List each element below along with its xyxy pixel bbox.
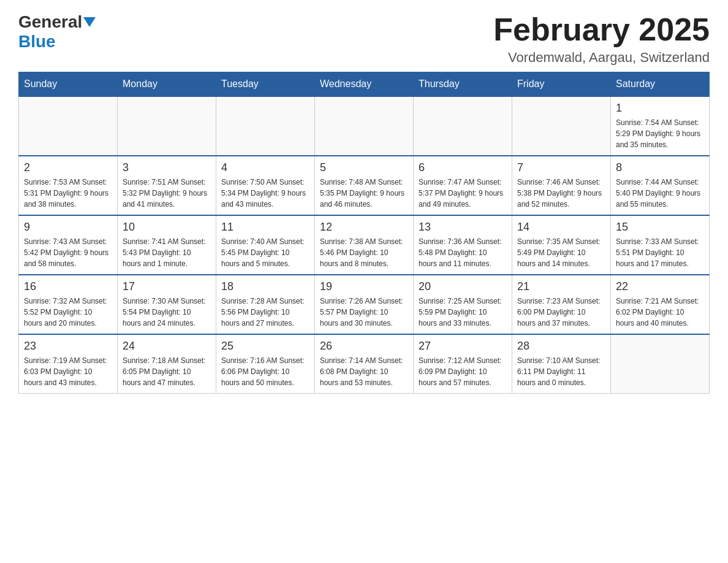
calendar-week-row: 1Sunrise: 7:54 AM Sunset: 5:29 PM Daylig…	[19, 96, 710, 156]
day-number: 21	[517, 280, 605, 293]
day-number: 23	[24, 340, 112, 353]
calendar-cell: 14Sunrise: 7:35 AM Sunset: 5:49 PM Dayli…	[512, 215, 611, 275]
calendar-week-row: 16Sunrise: 7:32 AM Sunset: 5:52 PM Dayli…	[19, 275, 710, 334]
day-number: 20	[419, 280, 507, 293]
logo-triangle-icon	[83, 17, 96, 27]
weekday-header-monday: Monday	[118, 72, 216, 97]
day-info: Sunrise: 7:25 AM Sunset: 5:59 PM Dayligh…	[419, 296, 507, 329]
calendar-cell: 6Sunrise: 7:47 AM Sunset: 5:37 PM Daylig…	[414, 156, 512, 215]
weekday-header-wednesday: Wednesday	[315, 72, 414, 97]
calendar-cell: 23Sunrise: 7:19 AM Sunset: 6:03 PM Dayli…	[19, 334, 118, 394]
calendar-cell	[315, 96, 414, 156]
calendar-cell: 5Sunrise: 7:48 AM Sunset: 5:35 PM Daylig…	[315, 156, 414, 215]
calendar-cell: 26Sunrise: 7:14 AM Sunset: 6:08 PM Dayli…	[315, 334, 414, 394]
day-number: 1	[616, 102, 704, 115]
logo-general-text: General	[18, 12, 82, 32]
calendar-cell: 9Sunrise: 7:43 AM Sunset: 5:42 PM Daylig…	[19, 215, 118, 275]
day-info: Sunrise: 7:51 AM Sunset: 5:32 PM Dayligh…	[123, 177, 211, 210]
day-info: Sunrise: 7:35 AM Sunset: 5:49 PM Dayligh…	[517, 236, 605, 269]
day-info: Sunrise: 7:12 AM Sunset: 6:09 PM Dayligh…	[419, 355, 507, 388]
day-number: 13	[419, 221, 507, 234]
day-info: Sunrise: 7:33 AM Sunset: 5:51 PM Dayligh…	[616, 236, 704, 269]
day-info: Sunrise: 7:46 AM Sunset: 5:38 PM Dayligh…	[517, 177, 605, 210]
day-number: 9	[24, 221, 112, 234]
calendar-cell: 20Sunrise: 7:25 AM Sunset: 5:59 PM Dayli…	[414, 275, 512, 334]
day-info: Sunrise: 7:41 AM Sunset: 5:43 PM Dayligh…	[123, 236, 211, 269]
day-number: 6	[419, 161, 507, 174]
calendar-cell: 21Sunrise: 7:23 AM Sunset: 6:00 PM Dayli…	[512, 275, 611, 334]
day-number: 16	[24, 280, 112, 293]
calendar-cell: 10Sunrise: 7:41 AM Sunset: 5:43 PM Dayli…	[118, 215, 216, 275]
day-number: 26	[320, 340, 408, 353]
calendar-cell: 19Sunrise: 7:26 AM Sunset: 5:57 PM Dayli…	[315, 275, 414, 334]
weekday-header-sunday: Sunday	[19, 72, 118, 97]
day-number: 22	[616, 280, 704, 293]
day-number: 19	[320, 280, 408, 293]
page-header: General Blue February 2025 Vordemwald, A…	[18, 12, 710, 66]
location-title: Vordemwald, Aargau, Switzerland	[493, 50, 710, 66]
calendar-cell: 28Sunrise: 7:10 AM Sunset: 6:11 PM Dayli…	[512, 334, 611, 394]
logo: General Blue	[18, 12, 97, 52]
day-info: Sunrise: 7:10 AM Sunset: 6:11 PM Dayligh…	[517, 355, 605, 388]
calendar-cell: 27Sunrise: 7:12 AM Sunset: 6:09 PM Dayli…	[414, 334, 512, 394]
day-info: Sunrise: 7:32 AM Sunset: 5:52 PM Dayligh…	[24, 296, 112, 329]
day-info: Sunrise: 7:26 AM Sunset: 5:57 PM Dayligh…	[320, 296, 408, 329]
calendar-cell: 22Sunrise: 7:21 AM Sunset: 6:02 PM Dayli…	[611, 275, 710, 334]
weekday-header-friday: Friday	[512, 72, 611, 97]
day-number: 7	[517, 161, 605, 174]
calendar-cell: 25Sunrise: 7:16 AM Sunset: 6:06 PM Dayli…	[216, 334, 315, 394]
calendar-week-row: 2Sunrise: 7:53 AM Sunset: 5:31 PM Daylig…	[19, 156, 710, 215]
calendar-cell: 4Sunrise: 7:50 AM Sunset: 5:34 PM Daylig…	[216, 156, 315, 215]
calendar-cell: 11Sunrise: 7:40 AM Sunset: 5:45 PM Dayli…	[216, 215, 315, 275]
day-info: Sunrise: 7:47 AM Sunset: 5:37 PM Dayligh…	[419, 177, 507, 210]
day-info: Sunrise: 7:19 AM Sunset: 6:03 PM Dayligh…	[24, 355, 112, 388]
day-number: 4	[221, 161, 309, 174]
day-info: Sunrise: 7:23 AM Sunset: 6:00 PM Dayligh…	[517, 296, 605, 329]
calendar-cell: 8Sunrise: 7:44 AM Sunset: 5:40 PM Daylig…	[611, 156, 710, 215]
day-info: Sunrise: 7:38 AM Sunset: 5:46 PM Dayligh…	[320, 236, 408, 269]
day-number: 11	[221, 221, 309, 234]
day-number: 24	[123, 340, 211, 353]
day-number: 2	[24, 161, 112, 174]
day-info: Sunrise: 7:28 AM Sunset: 5:56 PM Dayligh…	[221, 296, 309, 329]
day-info: Sunrise: 7:43 AM Sunset: 5:42 PM Dayligh…	[24, 236, 112, 269]
calendar-cell: 12Sunrise: 7:38 AM Sunset: 5:46 PM Dayli…	[315, 215, 414, 275]
calendar-cell: 17Sunrise: 7:30 AM Sunset: 5:54 PM Dayli…	[118, 275, 216, 334]
day-number: 18	[221, 280, 309, 293]
calendar-cell: 3Sunrise: 7:51 AM Sunset: 5:32 PM Daylig…	[118, 156, 216, 215]
calendar-cell: 7Sunrise: 7:46 AM Sunset: 5:38 PM Daylig…	[512, 156, 611, 215]
calendar-week-row: 9Sunrise: 7:43 AM Sunset: 5:42 PM Daylig…	[19, 215, 710, 275]
calendar-cell	[611, 334, 710, 394]
day-info: Sunrise: 7:30 AM Sunset: 5:54 PM Dayligh…	[123, 296, 211, 329]
day-info: Sunrise: 7:36 AM Sunset: 5:48 PM Dayligh…	[419, 236, 507, 269]
month-title: February 2025	[493, 12, 710, 47]
day-info: Sunrise: 7:50 AM Sunset: 5:34 PM Dayligh…	[221, 177, 309, 210]
day-number: 15	[616, 221, 704, 234]
day-number: 17	[123, 280, 211, 293]
weekday-header-saturday: Saturday	[611, 72, 710, 97]
day-number: 3	[123, 161, 211, 174]
calendar-cell	[512, 96, 611, 156]
calendar-cell	[216, 96, 315, 156]
day-info: Sunrise: 7:21 AM Sunset: 6:02 PM Dayligh…	[616, 296, 704, 329]
day-number: 10	[123, 221, 211, 234]
calendar-cell: 13Sunrise: 7:36 AM Sunset: 5:48 PM Dayli…	[414, 215, 512, 275]
calendar-week-row: 23Sunrise: 7:19 AM Sunset: 6:03 PM Dayli…	[19, 334, 710, 394]
day-number: 25	[221, 340, 309, 353]
weekday-header-tuesday: Tuesday	[216, 72, 315, 97]
weekday-header-thursday: Thursday	[414, 72, 512, 97]
day-info: Sunrise: 7:53 AM Sunset: 5:31 PM Dayligh…	[24, 177, 112, 210]
calendar-cell: 2Sunrise: 7:53 AM Sunset: 5:31 PM Daylig…	[19, 156, 118, 215]
title-section: February 2025 Vordemwald, Aargau, Switze…	[493, 12, 710, 66]
day-number: 8	[616, 161, 704, 174]
logo-blue-text: Blue	[18, 32, 56, 52]
day-number: 28	[517, 340, 605, 353]
calendar-cell: 24Sunrise: 7:18 AM Sunset: 6:05 PM Dayli…	[118, 334, 216, 394]
day-info: Sunrise: 7:16 AM Sunset: 6:06 PM Dayligh…	[221, 355, 309, 388]
calendar-table: SundayMondayTuesdayWednesdayThursdayFrid…	[18, 72, 710, 394]
calendar-cell: 1Sunrise: 7:54 AM Sunset: 5:29 PM Daylig…	[611, 96, 710, 156]
day-info: Sunrise: 7:54 AM Sunset: 5:29 PM Dayligh…	[616, 117, 704, 150]
day-info: Sunrise: 7:14 AM Sunset: 6:08 PM Dayligh…	[320, 355, 408, 388]
day-number: 14	[517, 221, 605, 234]
calendar-cell: 15Sunrise: 7:33 AM Sunset: 5:51 PM Dayli…	[611, 215, 710, 275]
